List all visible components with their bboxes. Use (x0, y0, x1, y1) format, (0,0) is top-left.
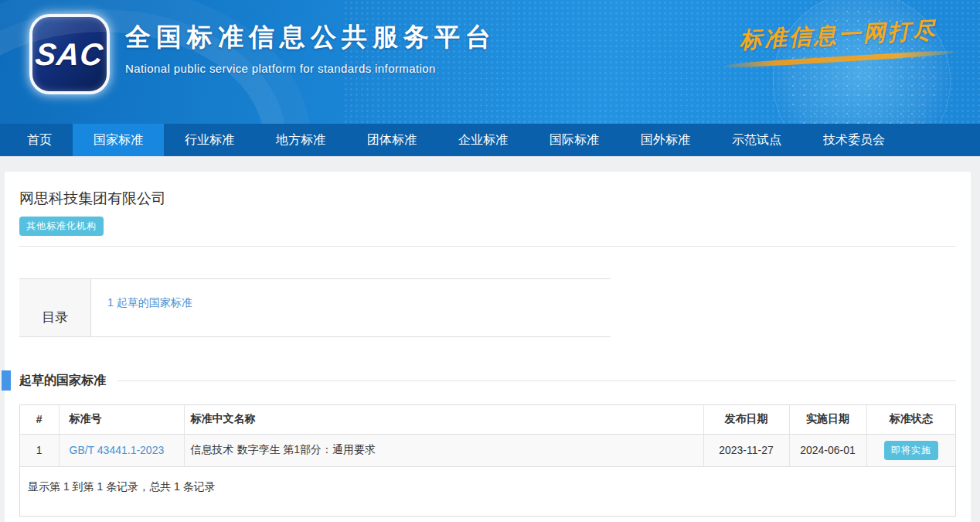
site-title: 全国标准信息公共服务平台 (125, 20, 496, 55)
nav-item-group-standards[interactable]: 团体标准 (346, 124, 437, 156)
nav-item-technical-committee[interactable]: 技术委员会 (802, 124, 906, 156)
sac-logo[interactable]: SAC (29, 14, 110, 94)
cell-index: 1 (20, 434, 59, 466)
body-gap (0, 156, 980, 172)
company-type-badge: 其他标准化机构 (19, 217, 104, 236)
section-marker (2, 370, 11, 391)
nav-item-national-standards[interactable]: 国家标准 (73, 124, 164, 156)
nav-item-home[interactable]: 首页 (6, 124, 73, 156)
col-header-index: # (20, 405, 59, 434)
sac-logo-text: SAC (34, 37, 105, 72)
nav-item-international-standards[interactable]: 国际标准 (529, 124, 620, 156)
toc-content: 1 起草的国家标准 (91, 279, 611, 336)
company-name: 网思科技集团有限公司 (19, 189, 956, 209)
cell-publish-date: 2023-11-27 (703, 434, 789, 466)
standards-table-wrap: # 标准号 标准中文名称 发布日期 实施日期 标准状态 1 GB/T 43441… (19, 404, 956, 517)
col-header-publish-date: 发布日期 (703, 405, 789, 434)
nav-item-pilot-demo[interactable]: 示范试点 (711, 124, 802, 156)
toc-box: 目录 1 起草的国家标准 (19, 278, 611, 337)
col-header-status: 标准状态 (866, 405, 955, 434)
page: SAC 全国标准信息公共服务平台 National public service… (0, 0, 980, 522)
table-header-row: # 标准号 标准中文名称 发布日期 实施日期 标准状态 (20, 405, 955, 434)
cell-implement-date: 2024-06-01 (789, 434, 866, 466)
cell-std-no: GB/T 43441.1-2023 (59, 434, 184, 466)
slogan-text: 标准信息一网打尽 (718, 14, 959, 57)
col-header-std-no: 标准号 (59, 405, 184, 434)
toc-label: 目录 (19, 279, 91, 336)
standard-number-link[interactable]: GB/T 43441.1-2023 (70, 444, 165, 456)
cell-status: 即将实施 (866, 434, 955, 466)
section-header: 起草的国家标准 (19, 370, 956, 391)
standards-table: # 标准号 标准中文名称 发布日期 实施日期 标准状态 1 GB/T 43441… (20, 405, 955, 467)
site-titles: 全国标准信息公共服务平台 National public service pla… (125, 20, 496, 75)
toc-link-drafted-national-standards[interactable]: 1 起草的国家标准 (107, 296, 192, 309)
col-header-name-cn: 标准中文名称 (184, 405, 703, 434)
section-line (117, 380, 956, 381)
cell-name-cn: 信息技术 数字孪生 第1部分：通用要求 (184, 434, 703, 466)
nav-item-industry-standards[interactable]: 行业标准 (164, 124, 255, 156)
nav-item-local-standards[interactable]: 地方标准 (255, 124, 346, 156)
site-subtitle: National public service platform for sta… (125, 62, 496, 75)
table-row: 1 GB/T 43441.1-2023 信息技术 数字孪生 第1部分：通用要求 … (20, 434, 955, 466)
main-nav: 首页 国家标准 行业标准 地方标准 团体标准 企业标准 国际标准 国外标准 示范… (0, 124, 980, 156)
site-header: SAC 全国标准信息公共服务平台 National public service… (0, 0, 980, 124)
status-badge: 即将实施 (884, 441, 938, 460)
nav-item-foreign-standards[interactable]: 国外标准 (620, 124, 711, 156)
table-summary: 显示第 1 到第 1 条记录，总共 1 条记录 (20, 467, 955, 516)
content-card: 网思科技集团有限公司 其他标准化机构 目录 1 起草的国家标准 起草的国家标准 … (5, 172, 971, 522)
col-header-implement-date: 实施日期 (789, 405, 866, 434)
divider (19, 246, 956, 247)
nav-item-enterprise-standards[interactable]: 企业标准 (437, 124, 529, 156)
section-title: 起草的国家标准 (19, 373, 106, 389)
